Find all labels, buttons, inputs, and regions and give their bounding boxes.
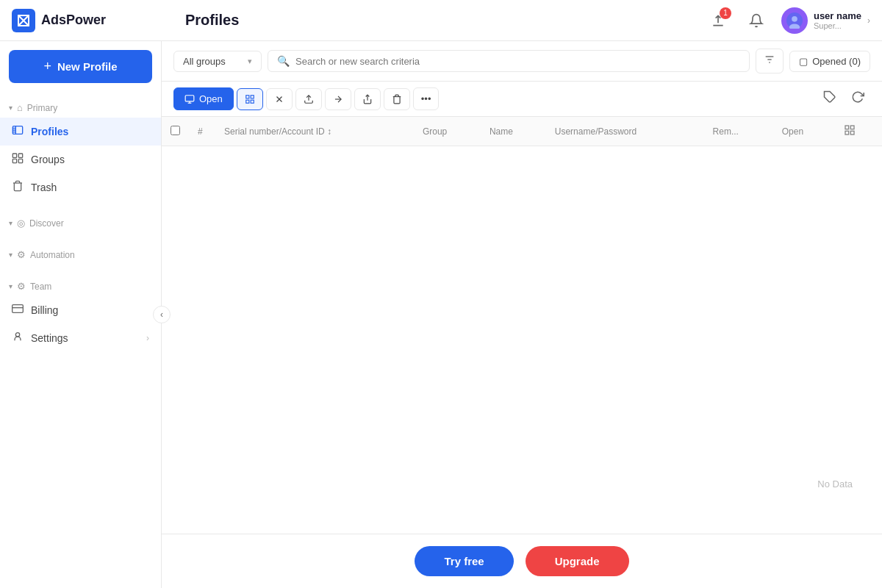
svg-rect-27 (845, 126, 849, 129)
upload-badge: 1 (720, 7, 731, 19)
primary-label: Primary (27, 103, 57, 113)
th-username: Username/Password (546, 117, 704, 146)
svg-rect-30 (851, 131, 855, 135)
user-name: user name (814, 10, 861, 21)
th-open: Open (773, 117, 836, 146)
search-icon: 🔍 (277, 55, 290, 67)
app-header: AdsPower Profiles 1 user n (0, 0, 882, 41)
primary-arrow-icon: ▾ (9, 104, 12, 112)
logo-icon (12, 9, 35, 32)
opened-button[interactable]: ▢ Opened (0) (789, 51, 870, 72)
header-right: 1 user name Super... › (705, 7, 870, 34)
th-grid[interactable] (835, 117, 882, 146)
team-icon: ⚙ (17, 281, 26, 292)
svg-rect-14 (185, 95, 194, 101)
sidebar-toggle-button[interactable]: ‹ (153, 306, 171, 323)
settings-chevron-icon: › (146, 333, 149, 343)
new-profile-button[interactable]: + New Profile (9, 50, 152, 83)
batch-button[interactable] (237, 88, 263, 110)
sidebar-item-profiles[interactable]: Profiles (0, 118, 161, 146)
sort-icon: ↕ (327, 126, 331, 137)
tag-button[interactable] (817, 87, 842, 110)
dropdown-arrow-icon: ▾ (248, 57, 252, 66)
team-section-header[interactable]: ▾ ⚙ Team (0, 276, 161, 296)
close-button[interactable] (266, 88, 293, 110)
user-info: user name Super... (814, 10, 861, 30)
more-icon: ••• (421, 93, 431, 104)
th-remark: Rem... (704, 117, 773, 146)
action-bar: Open (162, 82, 882, 117)
th-name: Name (481, 117, 546, 146)
automation-section-header[interactable]: ▾ ⚙ Automation (0, 245, 161, 265)
th-hash: # (189, 117, 215, 146)
svg-rect-8 (12, 305, 24, 313)
profiles-icon (12, 124, 24, 139)
primary-section-header[interactable]: ▾ ⌂ Primary (0, 98, 161, 118)
user-chevron-icon: › (867, 15, 870, 26)
svg-rect-17 (246, 95, 249, 98)
table-area: # Serial number/Account ID ↕ Group Name … (162, 117, 882, 534)
upload-action-button[interactable] (295, 88, 322, 110)
th-group: Group (414, 117, 481, 146)
main-layout: + New Profile ▾ ⌂ Primary (0, 41, 882, 588)
try-free-button[interactable]: Try free (415, 546, 513, 576)
primary-section: ▾ ⌂ Primary Profiles (0, 92, 161, 207)
sidebar-item-trash[interactable]: Trash (0, 173, 161, 201)
filter-button[interactable] (756, 49, 784, 74)
svg-rect-18 (251, 95, 254, 98)
upload-button[interactable]: 1 (705, 7, 731, 34)
groups-dropdown[interactable]: All groups ▾ (173, 51, 262, 72)
discover-label: Discover (29, 218, 64, 229)
profiles-label: Profiles (31, 126, 68, 137)
select-all-checkbox[interactable] (171, 126, 180, 135)
user-area[interactable]: user name Super... › (781, 7, 870, 34)
groups-label: Groups (31, 154, 65, 165)
trash-label: Trash (31, 182, 57, 193)
toggle-icon: ‹ (160, 309, 163, 320)
discover-section-header[interactable]: ▾ ◎ Discover (0, 213, 161, 233)
opened-label: Opened (0) (812, 56, 861, 67)
home-icon: ⌂ (17, 102, 23, 113)
svg-rect-4 (12, 154, 16, 157)
team-section: ▾ ⚙ Team Billing (0, 270, 161, 358)
table-header-row: # Serial number/Account ID ↕ Group Name … (162, 117, 882, 146)
share-button[interactable] (354, 88, 381, 110)
svg-point-1 (792, 15, 797, 21)
automation-label: Automation (30, 250, 75, 260)
svg-point-10 (15, 333, 19, 337)
discover-icon: ◎ (17, 218, 25, 229)
billing-label: Billing (31, 304, 58, 316)
groups-dropdown-label: All groups (183, 56, 226, 67)
more-button[interactable]: ••• (413, 87, 440, 110)
sidebar-item-billing[interactable]: Billing (0, 296, 161, 324)
automation-icon: ⚙ (17, 249, 26, 260)
search-input[interactable] (295, 56, 740, 67)
refresh-button[interactable] (845, 87, 870, 110)
content-area: All groups ▾ 🔍 ▢ Opened (0) (162, 41, 882, 588)
team-label: Team (30, 282, 51, 292)
discover-section: ▾ ◎ Discover (0, 207, 161, 239)
opened-icon: ▢ (799, 56, 808, 67)
open-button[interactable]: Open (173, 87, 234, 110)
user-role: Super... (814, 21, 861, 30)
trash-icon (12, 180, 24, 195)
automation-section: ▾ ⚙ Automation (0, 239, 161, 270)
billing-icon (12, 303, 24, 318)
groups-icon (12, 152, 24, 167)
table-header: # Serial number/Account ID ↕ Group Name … (162, 117, 882, 146)
discover-arrow-icon: ▾ (9, 219, 12, 227)
open-label: Open (199, 93, 223, 104)
upgrade-button[interactable]: Upgrade (526, 546, 629, 576)
svg-rect-20 (251, 100, 254, 103)
th-checkbox (162, 117, 189, 146)
new-profile-label: New Profile (57, 60, 118, 73)
sidebar-item-groups[interactable]: Groups (0, 146, 161, 173)
svg-rect-19 (246, 100, 249, 103)
bottom-bar: Try free Upgrade (162, 534, 882, 588)
sidebar-item-settings[interactable]: Settings › (0, 324, 161, 352)
svg-rect-5 (18, 154, 22, 157)
move-button[interactable] (325, 88, 351, 110)
automation-arrow-icon: ▾ (9, 251, 12, 259)
delete-button[interactable] (384, 88, 410, 110)
notification-button[interactable] (743, 7, 770, 34)
